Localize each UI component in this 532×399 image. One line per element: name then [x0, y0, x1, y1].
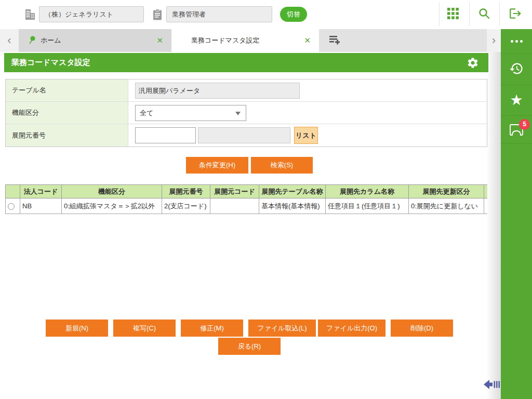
table-header-row: 法人コード 機能区分 展開元番号 展開元コード 展開先テーブル名称 展開先カラム… [6, 185, 488, 198]
form-row-source-number: 展開元番号 リスト [6, 124, 487, 147]
divider [499, 2, 500, 26]
sidebar-history-button[interactable] [501, 54, 532, 85]
form-row-function-type: 機能区分 全て [6, 102, 487, 124]
header-target-table: 展開先テーブル名称 [259, 185, 326, 198]
cell-target-table: 基本情報(基本情報) [259, 198, 326, 214]
page-title: 業務コードマスタ設定 [4, 58, 90, 68]
collapse-panel-arrow-icon[interactable] [483, 378, 500, 393]
tab-home-close-icon[interactable]: ✕ [156, 36, 163, 45]
function-type-select[interactable]: 全て [135, 105, 246, 121]
star-icon: ★ [510, 93, 523, 108]
history-icon [509, 61, 524, 78]
search-icon [478, 7, 490, 21]
top-bar: 切替 [0, 0, 532, 29]
function-type-selected-value: 全て [140, 109, 153, 117]
app-window: 切替 [0, 0, 532, 399]
results-table-container: 法人コード 機能区分 展開元番号 展開元コード 展開先テーブル名称 展開先カラム… [5, 184, 487, 215]
tab-active-close-icon[interactable]: ✕ [304, 36, 311, 45]
tab-home-label: ホーム [41, 36, 61, 45]
form-row-table-name: テーブル名 [6, 79, 487, 102]
table-name-field [135, 83, 300, 99]
switch-button[interactable]: 切替 [280, 7, 307, 22]
cell-corp-code: NB [20, 198, 62, 214]
role-field[interactable] [166, 6, 272, 22]
sidebar-favorites-button[interactable]: ★ [501, 85, 532, 115]
header-target-column: 展開先カラム名称 [326, 185, 409, 198]
cell-target-column: 任意項目１(任意項目１) [326, 198, 409, 214]
header-target-update: 展開先更新区分 [409, 185, 484, 198]
chevron-down-icon [235, 112, 241, 115]
source-number-input[interactable] [135, 127, 196, 143]
table-name-label: テーブル名 [6, 79, 128, 101]
header-clipped [484, 185, 488, 198]
header-source-number: 展開元番号 [162, 185, 210, 198]
file-export-button[interactable]: ファイル出力(O) [318, 320, 385, 337]
tab-bar: ‹ ホーム ✕ 業務コードマスタ設定 ✕ › [0, 29, 501, 52]
ellipsis-icon [511, 40, 523, 43]
header-function-type: 機能区分 [62, 185, 162, 198]
source-number-name-field [198, 127, 290, 143]
copy-button[interactable]: 複写(C) [113, 320, 176, 337]
modify-button[interactable]: 修正(M) [181, 320, 243, 337]
sidebar-tasks-button[interactable]: 5 [501, 115, 532, 144]
change-conditions-button[interactable]: 条件変更(H) [186, 157, 248, 174]
header-corp-code: 法人コード [20, 185, 62, 198]
add-tab-icon [328, 34, 341, 47]
clipboard-icon [153, 9, 162, 22]
tab-home[interactable]: ホーム ✕ [19, 29, 171, 52]
table-row[interactable]: NB 0:組織拡張マスタ＝＞拡2以外 2(支店コード) 基本情報(基本情報) 任… [6, 198, 488, 214]
tab-business-code-master[interactable]: 業務コードマスタ設定 ✕ [171, 29, 319, 52]
results-table: 法人コード 機能区分 展開元番号 展開元コード 展開先テーブル名称 展開先カラム… [5, 184, 487, 214]
row-radio-button[interactable] [8, 203, 15, 210]
search-form: テーブル名 機能区分 全て 展開元番号 リスト [5, 79, 487, 147]
cell-function-type: 0:組織拡張マスタ＝＞拡2以外 [62, 198, 162, 214]
tabs-scroll-right[interactable]: › [487, 29, 501, 52]
grid-icon [447, 8, 459, 21]
new-button[interactable]: 新規(N) [46, 320, 108, 337]
cell-target-update: 0:展開先に更新しない [409, 198, 484, 214]
tabs-scroll-left[interactable]: ‹ [0, 29, 19, 52]
cell-clipped [484, 198, 488, 214]
sidebar-more-button[interactable] [501, 29, 532, 54]
right-sidebar: ★ 5 [501, 29, 532, 399]
header-select [6, 185, 20, 198]
add-tab-button[interactable] [324, 29, 345, 52]
search-button[interactable] [470, 0, 499, 28]
apps-grid-button[interactable] [438, 0, 468, 28]
tab-active-label: 業務コードマスタ設定 [191, 36, 260, 45]
settings-gear-icon[interactable] [467, 57, 479, 69]
back-button[interactable]: 戻る(R) [218, 338, 281, 355]
delete-button[interactable]: 削除(D) [391, 320, 453, 337]
logout-icon [509, 7, 522, 22]
notification-badge: 5 [519, 119, 530, 130]
list-button[interactable]: リスト [294, 127, 318, 144]
cell-source-number: 2(支店コード) [162, 198, 210, 214]
content-edge-fade [486, 52, 501, 399]
search-execute-button[interactable]: 検索(S) [251, 157, 313, 174]
building-icon [25, 9, 35, 22]
logout-button[interactable] [501, 0, 530, 28]
function-type-label: 機能区分 [6, 102, 128, 124]
header-source-code: 展開元コード [210, 185, 259, 198]
pin-icon [28, 35, 36, 46]
source-number-label: 展開元番号 [6, 124, 128, 147]
file-import-button[interactable]: ファイル取込(L) [248, 320, 316, 337]
page-header: 業務コードマスタ設定 [4, 53, 488, 72]
cell-source-code [210, 198, 259, 214]
company-field[interactable] [39, 6, 144, 22]
